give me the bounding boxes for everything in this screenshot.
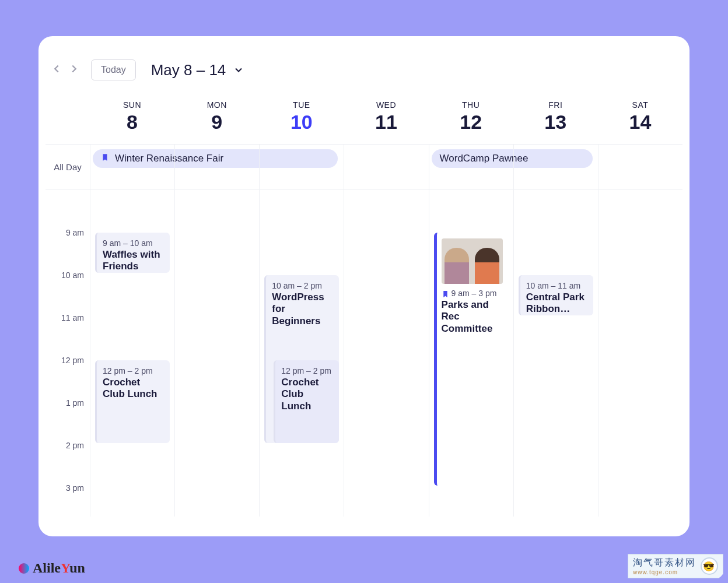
bookmark-icon (442, 289, 452, 298)
day-column[interactable] (598, 190, 682, 517)
time-label: 11 am (61, 313, 84, 322)
event-title: Parks and Rec Committee (442, 299, 503, 335)
mascot-icon: 😎 (701, 557, 718, 575)
day-header[interactable]: SUN8 (90, 94, 174, 145)
calendar-event[interactable]: 12 pm – 2 pmCrochet Club Lunch (95, 360, 170, 443)
day-column[interactable] (174, 190, 259, 517)
time-label: 3 pm (66, 483, 84, 493)
event-time: 9 am – 3 pm (442, 289, 503, 298)
prev-week-button[interactable] (50, 62, 63, 78)
time-grid: 9 am10 am11 am12 pm1 pm2 pm3 pm 9 am – 1… (46, 190, 682, 517)
day-column[interactable]: 9 am – 3 pmParks and Rec Committee (429, 190, 513, 517)
next-week-button[interactable] (68, 62, 80, 78)
event-time: 12 pm – 2 pm (281, 366, 333, 375)
chevron-down-icon (233, 64, 244, 76)
event-image (442, 238, 503, 284)
all-day-cell[interactable] (174, 145, 259, 190)
day-header[interactable]: THU12 (429, 94, 513, 145)
time-label: 9 am (66, 228, 84, 237)
nav-arrows (50, 62, 80, 78)
bookmark-icon (101, 153, 109, 164)
all-day-label: All Day (46, 145, 90, 190)
calendar-event[interactable]: 9 am – 10 amWaffles with Friends (95, 233, 170, 273)
date-range-label: May 8 – 14 (151, 61, 226, 79)
logo-icon (19, 563, 29, 574)
calendar-event[interactable]: 9 am – 3 pmParks and Rec Committee (434, 233, 509, 486)
calendar-card: Today May 8 – 14 SUN8 MON9 TUE10 WED11 T… (38, 36, 690, 536)
toolbar: Today May 8 – 14 (46, 59, 682, 94)
day-header[interactable]: TUE10 (259, 94, 344, 145)
chevron-left-icon (50, 62, 63, 75)
event-title: Crochet Club Lunch (281, 377, 333, 412)
today-button[interactable]: Today (91, 59, 136, 80)
event-time: 12 pm – 2 pm (103, 366, 164, 375)
event-time: 10 am – 2 pm (272, 281, 333, 290)
event-time: 9 am – 10 am (103, 238, 164, 248)
event-title: WordPress for Beginners (272, 292, 333, 327)
event-title: Central Park Ribbon… (526, 292, 587, 315)
time-label: 1 pm (66, 398, 84, 408)
all-day-cell[interactable] (259, 145, 344, 190)
chevron-right-icon (68, 62, 80, 75)
calendar-event[interactable]: 10 am – 11 amCentral Park Ribbon… (519, 275, 593, 315)
calendar-event[interactable]: 12 pm – 2 pmCrochet Club Lunch (274, 360, 339, 443)
all-day-cell[interactable] (598, 145, 682, 190)
time-label: 2 pm (66, 441, 84, 450)
day-header[interactable]: WED11 (344, 94, 428, 145)
time-gutter: 9 am10 am11 am12 pm1 pm2 pm3 pm (46, 190, 90, 517)
day-column[interactable]: 10 am – 11 amCentral Park Ribbon… (513, 190, 598, 517)
day-header-row: SUN8 MON9 TUE10 WED11 THU12 FRI13 SAT14 (46, 94, 682, 145)
all-day-cell[interactable] (344, 145, 428, 190)
watermark-logo: AlileYun (19, 560, 85, 576)
day-column[interactable]: 10 am – 2 pmWordPress for Beginners12 pm… (259, 190, 344, 517)
day-header[interactable]: FRI13 (513, 94, 598, 145)
day-header[interactable]: SAT14 (598, 94, 682, 145)
time-label: 12 pm (61, 356, 84, 365)
event-title: Crochet Club Lunch (103, 377, 164, 401)
all-day-cell[interactable] (513, 145, 598, 190)
event-time: 10 am – 11 am (526, 281, 587, 290)
event-title: Waffles with Friends (103, 249, 164, 273)
date-range-picker[interactable]: May 8 – 14 (151, 61, 245, 79)
watermark-source: 淘气哥素材网 www.tqge.com 😎 (628, 554, 723, 578)
all-day-cell[interactable]: WordCamp Pawnee (429, 145, 513, 190)
all-day-row: All Day Winter Renaissance Fair WordCamp… (46, 145, 682, 190)
day-column[interactable]: 9 am – 10 amWaffles with Friends12 pm – … (90, 190, 174, 517)
day-header[interactable]: MON9 (174, 94, 259, 145)
time-label: 10 am (61, 271, 84, 280)
all-day-cell[interactable]: Winter Renaissance Fair (90, 145, 174, 190)
day-column[interactable] (344, 190, 428, 517)
